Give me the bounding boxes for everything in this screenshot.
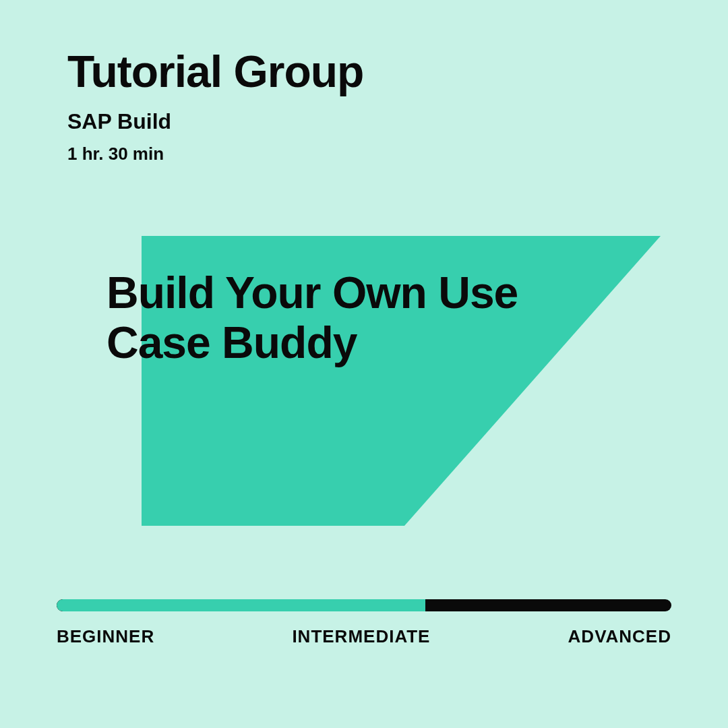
difficulty-labels: BEGINNER INTERMEDIATE ADVANCED	[57, 626, 671, 647]
subtitle: SAP Build	[67, 109, 363, 134]
course-title: Build Your Own Use Case Buddy	[107, 268, 605, 368]
page-title: Tutorial Group	[67, 46, 363, 97]
duration-label: 1 hr. 30 min	[67, 144, 363, 164]
difficulty-label-beginner: BEGINNER	[57, 626, 154, 647]
difficulty-label-advanced: ADVANCED	[568, 626, 671, 647]
difficulty-bar-track	[57, 599, 671, 611]
difficulty-meter: BEGINNER INTERMEDIATE ADVANCED	[57, 599, 671, 647]
difficulty-label-intermediate: INTERMEDIATE	[292, 626, 430, 647]
header-block: Tutorial Group SAP Build 1 hr. 30 min	[67, 46, 363, 164]
difficulty-bar-fill	[57, 599, 425, 611]
